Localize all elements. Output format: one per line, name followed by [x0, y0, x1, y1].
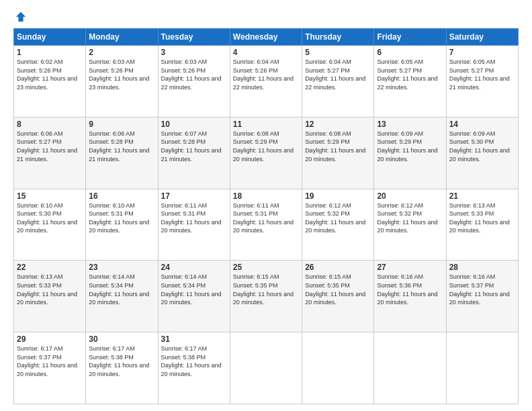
day-number: 8 — [17, 120, 83, 129]
day-info: Sunrise: 6:14 AMSunset: 5:34 PMDaylight:… — [89, 273, 149, 306]
calendar-cell: 30Sunrise: 6:17 AMSunset: 5:38 PMDayligh… — [86, 332, 158, 404]
calendar-cell: 11Sunrise: 6:08 AMSunset: 5:29 PMDayligh… — [230, 117, 302, 189]
day-info: Sunrise: 6:03 AMSunset: 5:26 PMDaylight:… — [161, 58, 222, 91]
day-number: 30 — [89, 334, 154, 344]
day-number: 28 — [449, 263, 515, 272]
day-info: Sunrise: 6:15 AMSunset: 5:35 PMDaylight:… — [305, 273, 365, 306]
calendar-cell: 20Sunrise: 6:12 AMSunset: 5:32 PMDayligh… — [374, 189, 446, 261]
day-number: 3 — [161, 48, 227, 57]
day-number: 5 — [305, 48, 371, 57]
day-number: 27 — [377, 263, 443, 272]
day-number: 20 — [377, 191, 443, 201]
weekday-header: Wednesday — [230, 29, 302, 46]
calendar-row: 29Sunrise: 6:17 AMSunset: 5:37 PMDayligh… — [14, 332, 519, 404]
day-number: 12 — [305, 120, 371, 129]
day-info: Sunrise: 6:17 AMSunset: 5:38 PMDaylight:… — [161, 345, 222, 377]
calendar-cell: 27Sunrise: 6:16 AMSunset: 5:36 PMDayligh… — [374, 261, 446, 332]
day-info: Sunrise: 6:05 AMSunset: 5:27 PMDaylight:… — [377, 58, 437, 91]
day-info: Sunrise: 6:08 AMSunset: 5:29 PMDaylight:… — [233, 130, 294, 163]
calendar-cell: 22Sunrise: 6:13 AMSunset: 5:33 PMDayligh… — [14, 261, 86, 332]
calendar-cell — [302, 332, 374, 404]
day-number: 31 — [161, 334, 227, 344]
day-info: Sunrise: 6:17 AMSunset: 5:37 PMDaylight:… — [17, 345, 77, 377]
calendar-cell: 25Sunrise: 6:15 AMSunset: 5:35 PMDayligh… — [230, 261, 302, 332]
calendar-row: 15Sunrise: 6:10 AMSunset: 5:30 PMDayligh… — [14, 189, 519, 261]
calendar-cell: 14Sunrise: 6:09 AMSunset: 5:30 PMDayligh… — [446, 117, 518, 189]
calendar-cell: 9Sunrise: 6:06 AMSunset: 5:28 PMDaylight… — [86, 117, 158, 189]
calendar-cell: 29Sunrise: 6:17 AMSunset: 5:37 PMDayligh… — [14, 332, 86, 404]
calendar-cell: 4Sunrise: 6:04 AMSunset: 5:26 PMDaylight… — [230, 46, 302, 118]
day-info: Sunrise: 6:10 AMSunset: 5:30 PMDaylight:… — [17, 202, 77, 234]
day-number: 23 — [89, 263, 154, 272]
day-info: Sunrise: 6:09 AMSunset: 5:29 PMDaylight:… — [377, 130, 437, 163]
day-number: 1 — [17, 48, 83, 57]
day-info: Sunrise: 6:17 AMSunset: 5:38 PMDaylight:… — [89, 345, 149, 377]
calendar-cell: 28Sunrise: 6:16 AMSunset: 5:37 PMDayligh… — [446, 261, 518, 332]
calendar-cell: 17Sunrise: 6:11 AMSunset: 5:31 PMDayligh… — [158, 189, 230, 261]
day-number: 17 — [161, 191, 227, 201]
day-number: 2 — [89, 48, 154, 57]
weekday-header: Saturday — [446, 29, 518, 46]
calendar-cell: 10Sunrise: 6:07 AMSunset: 5:28 PMDayligh… — [158, 117, 230, 189]
day-info: Sunrise: 6:02 AMSunset: 5:26 PMDaylight:… — [17, 58, 77, 91]
day-number: 29 — [17, 334, 83, 344]
day-info: Sunrise: 6:08 AMSunset: 5:29 PMDaylight:… — [305, 130, 365, 163]
day-info: Sunrise: 6:10 AMSunset: 5:31 PMDaylight:… — [89, 202, 149, 234]
weekday-header: Thursday — [302, 29, 374, 46]
calendar-cell: 16Sunrise: 6:10 AMSunset: 5:31 PMDayligh… — [86, 189, 158, 261]
calendar-cell: 8Sunrise: 6:06 AMSunset: 5:27 PMDaylight… — [14, 117, 86, 189]
day-info: Sunrise: 6:16 AMSunset: 5:37 PMDaylight:… — [449, 273, 510, 306]
calendar-cell: 12Sunrise: 6:08 AMSunset: 5:29 PMDayligh… — [302, 117, 374, 189]
day-info: Sunrise: 6:07 AMSunset: 5:28 PMDaylight:… — [161, 130, 222, 163]
logo — [13, 11, 27, 23]
calendar-row: 8Sunrise: 6:06 AMSunset: 5:27 PMDaylight… — [14, 117, 519, 189]
day-info: Sunrise: 6:04 AMSunset: 5:27 PMDaylight:… — [305, 58, 365, 91]
day-info: Sunrise: 6:14 AMSunset: 5:34 PMDaylight:… — [161, 273, 222, 306]
calendar-cell: 24Sunrise: 6:14 AMSunset: 5:34 PMDayligh… — [158, 261, 230, 332]
calendar-cell: 15Sunrise: 6:10 AMSunset: 5:30 PMDayligh… — [14, 189, 86, 261]
calendar-cell: 7Sunrise: 6:05 AMSunset: 5:27 PMDaylight… — [446, 46, 518, 118]
day-info: Sunrise: 6:12 AMSunset: 5:32 PMDaylight:… — [377, 202, 437, 234]
calendar-cell: 1Sunrise: 6:02 AMSunset: 5:26 PMDaylight… — [14, 46, 86, 118]
day-info: Sunrise: 6:09 AMSunset: 5:30 PMDaylight:… — [449, 130, 510, 163]
day-number: 15 — [17, 191, 83, 201]
calendar-cell: 26Sunrise: 6:15 AMSunset: 5:35 PMDayligh… — [302, 261, 374, 332]
calendar-cell: 13Sunrise: 6:09 AMSunset: 5:29 PMDayligh… — [374, 117, 446, 189]
day-number: 14 — [449, 120, 515, 129]
calendar-cell: 21Sunrise: 6:13 AMSunset: 5:33 PMDayligh… — [446, 189, 518, 261]
day-number: 9 — [89, 120, 154, 129]
logo-icon — [15, 11, 27, 23]
weekday-header: Tuesday — [158, 29, 230, 46]
calendar-cell: 23Sunrise: 6:14 AMSunset: 5:34 PMDayligh… — [86, 261, 158, 332]
day-number: 25 — [233, 263, 299, 272]
calendar-table: SundayMondayTuesdayWednesdayThursdayFrid… — [13, 28, 519, 404]
calendar-row: 1Sunrise: 6:02 AMSunset: 5:26 PMDaylight… — [14, 46, 519, 118]
calendar-cell — [374, 332, 446, 404]
calendar-cell: 6Sunrise: 6:05 AMSunset: 5:27 PMDaylight… — [374, 46, 446, 118]
weekday-header: Sunday — [14, 29, 86, 46]
day-number: 6 — [377, 48, 443, 57]
calendar-row: 22Sunrise: 6:13 AMSunset: 5:33 PMDayligh… — [14, 261, 519, 332]
day-number: 22 — [17, 263, 83, 272]
day-info: Sunrise: 6:06 AMSunset: 5:27 PMDaylight:… — [17, 130, 77, 163]
calendar-cell: 31Sunrise: 6:17 AMSunset: 5:38 PMDayligh… — [158, 332, 230, 404]
day-info: Sunrise: 6:15 AMSunset: 5:35 PMDaylight:… — [233, 273, 294, 306]
day-number: 13 — [377, 120, 443, 129]
day-info: Sunrise: 6:05 AMSunset: 5:27 PMDaylight:… — [449, 58, 510, 91]
calendar-cell: 19Sunrise: 6:12 AMSunset: 5:32 PMDayligh… — [302, 189, 374, 261]
calendar-cell: 3Sunrise: 6:03 AMSunset: 5:26 PMDaylight… — [158, 46, 230, 118]
calendar-cell — [446, 332, 518, 404]
day-number: 18 — [233, 191, 299, 201]
day-number: 4 — [233, 48, 299, 57]
page-header — [13, 11, 519, 23]
calendar-header-row: SundayMondayTuesdayWednesdayThursdayFrid… — [14, 29, 519, 46]
day-number: 21 — [449, 191, 515, 201]
day-info: Sunrise: 6:12 AMSunset: 5:32 PMDaylight:… — [305, 202, 365, 234]
day-info: Sunrise: 6:03 AMSunset: 5:26 PMDaylight:… — [89, 58, 149, 91]
day-info: Sunrise: 6:06 AMSunset: 5:28 PMDaylight:… — [89, 130, 149, 163]
day-info: Sunrise: 6:11 AMSunset: 5:31 PMDaylight:… — [161, 202, 222, 234]
weekday-header: Friday — [374, 29, 446, 46]
day-info: Sunrise: 6:13 AMSunset: 5:33 PMDaylight:… — [449, 202, 510, 234]
day-info: Sunrise: 6:13 AMSunset: 5:33 PMDaylight:… — [17, 273, 77, 306]
day-number: 16 — [89, 191, 154, 201]
